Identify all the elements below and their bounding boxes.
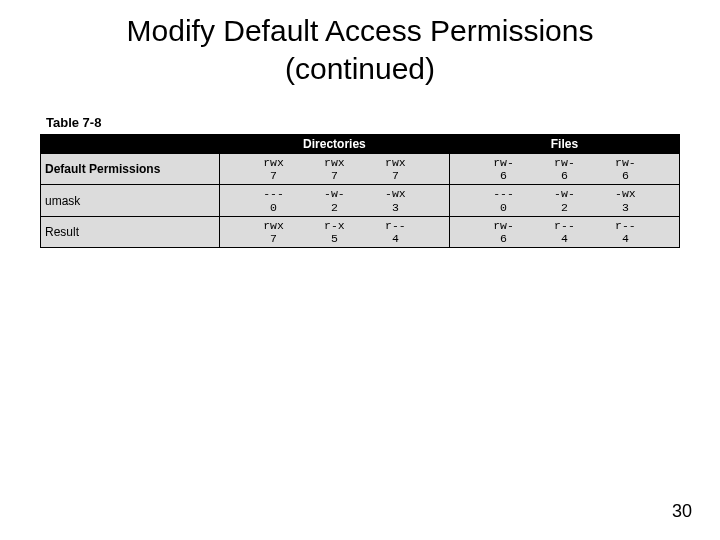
perm-sym: rwx (307, 156, 362, 169)
header-blank (41, 135, 220, 154)
perm-num: 7 (368, 169, 423, 182)
perm-sym: -w- (307, 187, 362, 200)
cell-umask-file: --- -w- -wx 0 2 3 (449, 185, 679, 216)
perm-sym: --- (476, 187, 531, 200)
cell-result-dir: rwx r-x r-- 7 5 4 (219, 216, 449, 247)
perm-sym: r-- (598, 219, 653, 232)
perm-sym: rwx (246, 156, 301, 169)
perm-num: 6 (598, 169, 653, 182)
table-row: Result rwx r-x r-- 7 5 4 rw- r-- (41, 216, 680, 247)
triplet-grid: --- -w- -wx 0 2 3 (476, 187, 653, 213)
perm-sym: rw- (476, 156, 531, 169)
triplet-grid: rw- rw- rw- 6 6 6 (476, 156, 653, 182)
permissions-table: Directories Files Default Permissions rw… (40, 134, 680, 248)
triplet-grid: rwx r-x r-- 7 5 4 (246, 219, 423, 245)
table-label: Table 7-8 (46, 115, 680, 130)
perm-sym: rw- (537, 156, 592, 169)
table-header-row: Directories Files (41, 135, 680, 154)
slide-title: Modify Default Access Permissions (conti… (0, 0, 720, 87)
table-row: umask --- -w- -wx 0 2 3 --- -w- (41, 185, 680, 216)
header-files: Files (449, 135, 679, 154)
perm-num: 6 (476, 169, 531, 182)
perm-sym: r-x (307, 219, 362, 232)
row-label-result: Result (41, 216, 220, 247)
perm-num: 2 (537, 201, 592, 214)
cell-default-file: rw- rw- rw- 6 6 6 (449, 154, 679, 185)
perm-num: 5 (307, 232, 362, 245)
triplet-grid: --- -w- -wx 0 2 3 (246, 187, 423, 213)
title-line-1: Modify Default Access Permissions (127, 14, 594, 47)
perm-num: 7 (246, 232, 301, 245)
perm-num: 4 (537, 232, 592, 245)
cell-default-dir: rwx rwx rwx 7 7 7 (219, 154, 449, 185)
perm-num: 7 (246, 169, 301, 182)
header-directories: Directories (219, 135, 449, 154)
perm-num: 4 (368, 232, 423, 245)
perm-num: 0 (246, 201, 301, 214)
perm-sym: rwx (368, 156, 423, 169)
perm-num: 0 (476, 201, 531, 214)
perm-sym: -w- (537, 187, 592, 200)
perm-sym: --- (246, 187, 301, 200)
perm-num: 4 (598, 232, 653, 245)
perm-sym: rwx (246, 219, 301, 232)
perm-num: 7 (307, 169, 362, 182)
row-label-umask: umask (41, 185, 220, 216)
perm-num: 6 (476, 232, 531, 245)
row-label-default: Default Permissions (41, 154, 220, 185)
triplet-grid: rw- r-- r-- 6 4 4 (476, 219, 653, 245)
cell-umask-dir: --- -w- -wx 0 2 3 (219, 185, 449, 216)
perm-sym: -wx (598, 187, 653, 200)
page-number: 30 (672, 501, 692, 522)
table-wrapper: Table 7-8 Directories Files Default Perm… (40, 115, 680, 248)
perm-sym: rw- (598, 156, 653, 169)
perm-sym: -wx (368, 187, 423, 200)
perm-num: 3 (368, 201, 423, 214)
perm-sym: r-- (537, 219, 592, 232)
perm-sym: r-- (368, 219, 423, 232)
perm-num: 2 (307, 201, 362, 214)
triplet-grid: rwx rwx rwx 7 7 7 (246, 156, 423, 182)
title-line-2: (continued) (285, 52, 435, 85)
perm-sym: rw- (476, 219, 531, 232)
table-row: Default Permissions rwx rwx rwx 7 7 7 rw… (41, 154, 680, 185)
cell-result-file: rw- r-- r-- 6 4 4 (449, 216, 679, 247)
perm-num: 6 (537, 169, 592, 182)
perm-num: 3 (598, 201, 653, 214)
